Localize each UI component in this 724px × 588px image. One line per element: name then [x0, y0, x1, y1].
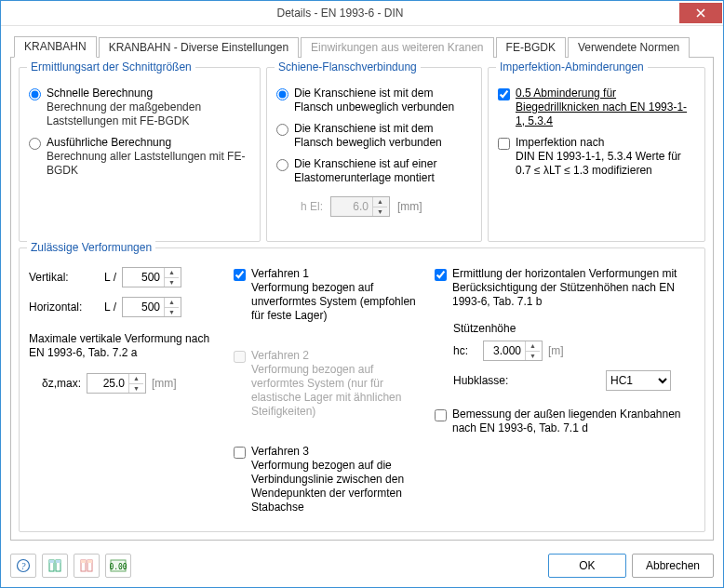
verfahren1-sub: Verformung bezogen auf unverformtes Syst…	[251, 281, 425, 323]
verfahren3-label: Verfahren 3	[251, 445, 425, 459]
check-bemessung[interactable]: Bemessung der außen liegenden Kranbahnen…	[435, 408, 695, 435]
delta-input[interactable]	[87, 377, 128, 390]
delta-label: δz,max:	[29, 377, 81, 390]
check-bemessung-input[interactable]	[435, 409, 447, 421]
svg-rect-5	[56, 560, 60, 563]
hub-select[interactable]: HC1	[606, 370, 671, 391]
check-horiz-input[interactable]	[435, 269, 447, 281]
def-col-right: Ermittlung der horizontalen Verformungen…	[435, 267, 695, 522]
radio-schnell[interactable]: Schnelle Berechnung Berechnung der maßge…	[29, 87, 250, 128]
window-title: Details - EN 1993-6 - DIN	[1, 7, 679, 20]
group-ermittlungsart: Ermittlungsart der Schnittgrößen Schnell…	[19, 67, 261, 242]
radio-schnell-input[interactable]	[29, 88, 41, 100]
vertikal-line: Vertikal: L / ▲▼	[29, 267, 224, 287]
radio-elastomer-input[interactable]	[276, 159, 288, 171]
close-icon	[696, 8, 705, 18]
tab-bar: KRANBAHN KRANBAHN - Diverse Einstellunge…	[10, 35, 714, 58]
help-icon: ?	[16, 558, 31, 573]
hub-label: Hubklasse:	[453, 374, 518, 387]
hc-line: hc: ▲▼ [m]	[453, 341, 695, 361]
tab-febgdk[interactable]: FE-BGDK	[496, 37, 566, 58]
decimal-button[interactable]: 0.00	[105, 554, 131, 578]
group-title: Schiene-Flanschverbindung	[275, 60, 421, 74]
check-horiz-verform[interactable]: Ermittlung der horizontalen Verformungen…	[435, 267, 695, 309]
dialog-window: Details - EN 1993-6 - DIN KRANBAHN KRANB…	[0, 0, 724, 588]
check-verfahren3-input[interactable]	[234, 447, 246, 459]
max-note: Maximale vertikale Verformung nach EN 19…	[29, 332, 224, 360]
help-button[interactable]: ?	[10, 554, 36, 578]
radio-elastomer[interactable]: Die Kranschiene ist auf einer Elastomeru…	[276, 157, 472, 185]
cancel-button[interactable]: Abbrechen	[632, 554, 714, 578]
def-col-left: Vertikal: L / ▲▼ Horizontal: L /	[29, 267, 224, 522]
stuetzenhoehe-label: Stützenhöhe	[453, 322, 695, 335]
check-verfahren3[interactable]: Verfahren 3 Verformung bezogen auf die V…	[234, 445, 425, 514]
check-abminderung-input[interactable]	[498, 88, 510, 100]
hel-row: h El: ▲▼ [mm]	[301, 196, 472, 217]
radio-unbeweglich-label: Die Kranschiene ist mit dem Flansch unbe…	[294, 87, 472, 114]
radio-beweglich-input[interactable]	[276, 124, 288, 136]
check-verfahren2-input	[234, 351, 246, 363]
check-verfahren1-input[interactable]	[234, 269, 246, 281]
check-bemessung-label: Bemessung der außen liegenden Kranbahnen…	[452, 408, 695, 435]
units-button-2[interactable]	[74, 554, 100, 578]
close-button[interactable]	[679, 3, 722, 23]
hel-unit: [mm]	[397, 200, 422, 213]
svg-text:0.00: 0.00	[110, 563, 127, 571]
group-title: Ermittlungsart der Schnittgrößen	[27, 60, 195, 74]
group-title: Zulässige Verformungen	[27, 241, 155, 254]
units-button-1[interactable]	[42, 554, 68, 578]
hc-label: hc:	[453, 344, 477, 357]
vertikal-label: Vertikal:	[29, 271, 87, 284]
group-title: Imperfektion-Abminderungen	[496, 60, 648, 74]
vertikal-spinner[interactable]: ▲▼	[122, 267, 181, 287]
tab-normen[interactable]: Verwendete Normen	[568, 37, 690, 58]
radio-ausfuehrlich-input[interactable]	[29, 138, 41, 150]
radio-schnell-label: Schnelle Berechnung	[47, 87, 250, 100]
spinner-buttons[interactable]: ▲▼	[128, 374, 143, 393]
delta-spinner[interactable]: ▲▼	[87, 373, 146, 394]
table-orange-icon	[79, 558, 94, 573]
radio-beweglich[interactable]: Die Kranschiene ist mit dem Flansch bewe…	[276, 122, 472, 150]
check-imperfektion[interactable]: Imperfektion nach DIN EN 1993-1-1, 5.3.4…	[498, 136, 695, 178]
top-row: Ermittlungsart der Schnittgrößen Schnell…	[19, 67, 705, 242]
verfahren1-label: Verfahren 1	[251, 267, 425, 281]
def-col-mid: Verfahren 1 Verformung bezogen auf unver…	[234, 267, 425, 522]
check-verfahren1[interactable]: Verfahren 1 Verformung bezogen auf unver…	[234, 267, 425, 323]
check-imperfektion-input[interactable]	[498, 138, 510, 150]
tab-panel: Ermittlungsart der Schnittgrößen Schnell…	[10, 58, 714, 541]
radio-unbeweglich-input[interactable]	[276, 88, 288, 100]
radio-elastomer-label: Die Kranschiene ist auf einer Elastomeru…	[294, 157, 472, 185]
radio-unbeweglich[interactable]: Die Kranschiene ist mit dem Flansch unbe…	[276, 87, 472, 114]
decimal-icon: 0.00	[110, 558, 127, 573]
group-verformungen: Zulässige Verformungen Vertikal: L / ▲▼	[19, 247, 705, 532]
l-prefix: L /	[92, 271, 116, 284]
spinner-buttons[interactable]: ▲▼	[164, 268, 179, 287]
radio-schnell-sub: Berechnung der maßgebenden Laststellunge…	[47, 100, 250, 128]
svg-rect-9	[87, 560, 92, 563]
spinner-buttons[interactable]: ▲▼	[164, 298, 179, 316]
spinner-buttons[interactable]: ▲▼	[525, 341, 540, 360]
l-prefix: L /	[92, 301, 116, 314]
radio-ausfuehrlich[interactable]: Ausführliche Berechnung Berechnung aller…	[29, 136, 250, 178]
check-abminderung-label: 0.5 Abminderung für Biegedrillknicken na…	[516, 87, 695, 128]
tab-einwirkungen[interactable]: Einwirkungen aus weiteren Kranen	[301, 37, 493, 58]
hc-spinner[interactable]: ▲▼	[483, 341, 543, 361]
radio-beweglich-label: Die Kranschiene ist mit dem Flansch bewe…	[294, 122, 472, 150]
svg-rect-4	[49, 560, 54, 563]
tab-kranbahn[interactable]: KRANBAHN	[14, 36, 97, 58]
tab-diverse[interactable]: KRANBAHN - Diverse Einstellungen	[99, 37, 299, 58]
hel-input	[331, 200, 372, 213]
check-verfahren2: Verfahren 2 Verformung bezogen auf verfo…	[234, 349, 425, 419]
vertikal-input[interactable]	[123, 271, 164, 284]
hel-spinner: ▲▼	[330, 196, 390, 217]
hc-unit: [m]	[548, 344, 564, 357]
check-imperfektion-label: Imperfektion nach	[516, 136, 695, 150]
ok-button[interactable]: OK	[548, 554, 626, 578]
horizontal-spinner[interactable]: ▲▼	[122, 297, 181, 317]
check-abminderung[interactable]: 0.5 Abminderung für Biegedrillknicken na…	[498, 87, 695, 128]
horizontal-line: Horizontal: L / ▲▼	[29, 297, 224, 317]
hubklasse-line: Hubklasse: HC1	[453, 370, 695, 391]
horizontal-input[interactable]	[123, 301, 164, 314]
hc-input[interactable]	[484, 344, 525, 357]
verfahren2-label: Verfahren 2	[251, 349, 425, 363]
